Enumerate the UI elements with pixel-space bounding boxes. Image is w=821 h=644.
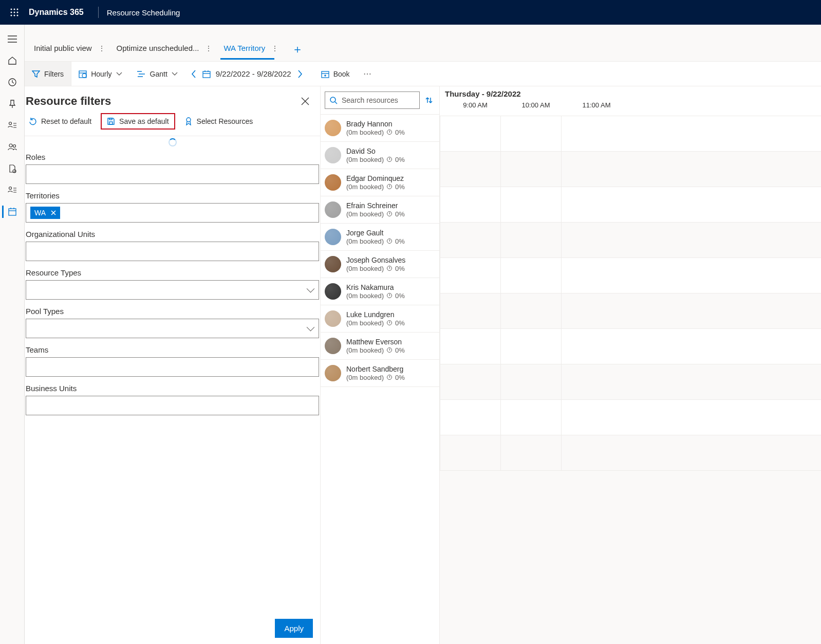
timescale-dropdown[interactable]: Hourly: [71, 62, 129, 86]
resource-row[interactable]: Joseph Gonsalves (0m booked) 0%: [321, 251, 439, 278]
close-icon[interactable]: [296, 95, 314, 108]
timeline-cell[interactable]: [440, 293, 500, 328]
save-as-default-button[interactable]: Save as default: [101, 113, 175, 130]
schedule-timeline: Thursday - 9/22/2022 9:00 AM10:00 AM11:0…: [440, 86, 821, 644]
org-units-input[interactable]: [26, 242, 319, 261]
roles-input[interactable]: [26, 164, 319, 184]
timeline-row[interactable]: [440, 223, 821, 258]
resource-row[interactable]: Norbert Sandberg (0m booked) 0%: [321, 360, 439, 387]
nav-people-list-icon[interactable]: [2, 115, 23, 136]
sort-button[interactable]: [423, 94, 435, 106]
resource-name: Joseph Gonsalves: [346, 256, 405, 265]
resource-row[interactable]: Kris Nakamura (0m booked) 0%: [321, 278, 439, 305]
timeline-cell[interactable]: [561, 435, 622, 470]
timeline-row[interactable]: [440, 116, 821, 152]
timeline-row[interactable]: [440, 364, 821, 400]
area-label[interactable]: Resource Scheduling: [107, 8, 180, 17]
nav-list-icon[interactable]: [2, 180, 23, 200]
timeline-cell[interactable]: [561, 152, 622, 187]
resource-row[interactable]: Jorge Gault (0m booked) 0%: [321, 224, 439, 251]
reset-to-default-button[interactable]: Reset to default: [25, 115, 96, 127]
timeline-cell[interactable]: [561, 293, 622, 328]
nav-schedule-board-icon[interactable]: [2, 201, 23, 222]
nav-document-icon[interactable]: [2, 158, 23, 179]
teams-input[interactable]: [26, 357, 319, 377]
prev-date-button[interactable]: [185, 70, 202, 78]
more-actions-button[interactable]: ⋯: [357, 69, 379, 79]
timeline-cell[interactable]: [561, 223, 622, 257]
resource-row[interactable]: Edgar Dominquez (0m booked) 0%: [321, 169, 439, 196]
timeline-row[interactable]: [440, 435, 821, 471]
timeline-cell[interactable]: [440, 152, 500, 187]
timeline-cell[interactable]: [561, 187, 622, 222]
tab-menu-icon[interactable]: ⋮: [96, 44, 107, 52]
timeline-cell[interactable]: [440, 223, 500, 257]
nav-home-icon[interactable]: [2, 50, 23, 71]
tab-optimize-unscheduled[interactable]: Optimize unscheduled... ⋮: [114, 39, 218, 60]
timeline-cell[interactable]: [500, 223, 561, 257]
timeline-cell[interactable]: [500, 435, 561, 470]
timeline-row[interactable]: [440, 329, 821, 364]
timeline-cell[interactable]: [440, 329, 500, 364]
timeline-cell[interactable]: [500, 187, 561, 222]
timeline-cell[interactable]: [440, 400, 500, 435]
avatar: [325, 147, 341, 163]
filters-button[interactable]: Filters: [25, 62, 71, 86]
select-resources-button[interactable]: Select Resources: [180, 115, 257, 128]
clock-icon: [387, 211, 392, 216]
date-range-picker[interactable]: 9/22/2022 - 9/28/2022: [202, 69, 291, 78]
resource-types-select[interactable]: [26, 280, 319, 300]
resource-row[interactable]: David So (0m booked) 0%: [321, 142, 439, 169]
territories-input[interactable]: WA: [26, 203, 319, 223]
tab-add-button[interactable]: ＋: [287, 40, 308, 59]
view-label: Gantt: [150, 70, 167, 78]
timeline-cell[interactable]: [500, 152, 561, 187]
avatar: [325, 365, 341, 381]
timeline-row[interactable]: [440, 258, 821, 293]
tab-wa-territory[interactable]: WA Territory ⋮: [220, 39, 284, 60]
view-dropdown[interactable]: Gantt: [129, 62, 185, 86]
timeline-cell[interactable]: [561, 116, 622, 151]
timeline-cell[interactable]: [561, 258, 622, 293]
next-date-button[interactable]: [291, 70, 309, 78]
timeline-cell[interactable]: [440, 187, 500, 222]
book-button[interactable]: Book: [314, 62, 357, 86]
resource-row[interactable]: Efrain Schreiner (0m booked) 0%: [321, 196, 439, 224]
tab-menu-icon[interactable]: ⋮: [203, 44, 214, 52]
brand-label[interactable]: Dynamics 365: [29, 8, 84, 17]
timeline-cell[interactable]: [561, 400, 622, 435]
timeline-cell[interactable]: [561, 364, 622, 399]
timeline-cell[interactable]: [500, 293, 561, 328]
nav-hamburger-icon[interactable]: [2, 29, 23, 49]
resource-row[interactable]: Brady Hannon (0m booked) 0%: [321, 115, 439, 142]
timeline-row[interactable]: [440, 293, 821, 329]
tab-initial-public-view[interactable]: Initial public view ⋮: [31, 39, 110, 60]
timeline-cell[interactable]: [500, 116, 561, 151]
chip-remove-icon[interactable]: [51, 210, 56, 215]
business-units-input[interactable]: [26, 396, 319, 415]
timeline-cell[interactable]: [440, 116, 500, 151]
tab-menu-icon[interactable]: ⋮: [269, 44, 281, 52]
search-resources-input[interactable]: Search resources: [325, 91, 420, 109]
timeline-row[interactable]: [440, 400, 821, 435]
avatar: [325, 283, 341, 300]
timeline-row[interactable]: [440, 187, 821, 223]
nav-people-icon[interactable]: [2, 137, 23, 157]
timeline-cell[interactable]: [500, 258, 561, 293]
timeline-cell[interactable]: [440, 435, 500, 470]
resource-row[interactable]: Luke Lundgren (0m booked) 0%: [321, 305, 439, 333]
timeline-cell[interactable]: [561, 329, 622, 364]
timeline-cell[interactable]: [500, 400, 561, 435]
timeline-cell[interactable]: [500, 364, 561, 399]
pool-types-select[interactable]: [26, 319, 319, 338]
timeline-cell[interactable]: [500, 329, 561, 364]
timeline-cell[interactable]: [440, 364, 500, 399]
nav-pinned-icon[interactable]: [2, 94, 23, 114]
nav-recent-icon[interactable]: [2, 72, 23, 93]
apply-button[interactable]: Apply: [275, 619, 313, 638]
timeline-cell[interactable]: [440, 258, 500, 293]
app-launcher-icon[interactable]: [4, 2, 25, 23]
resource-row[interactable]: Matthew Everson (0m booked) 0%: [321, 333, 439, 360]
timeline-row[interactable]: [440, 152, 821, 187]
territory-chip[interactable]: WA: [30, 207, 60, 219]
